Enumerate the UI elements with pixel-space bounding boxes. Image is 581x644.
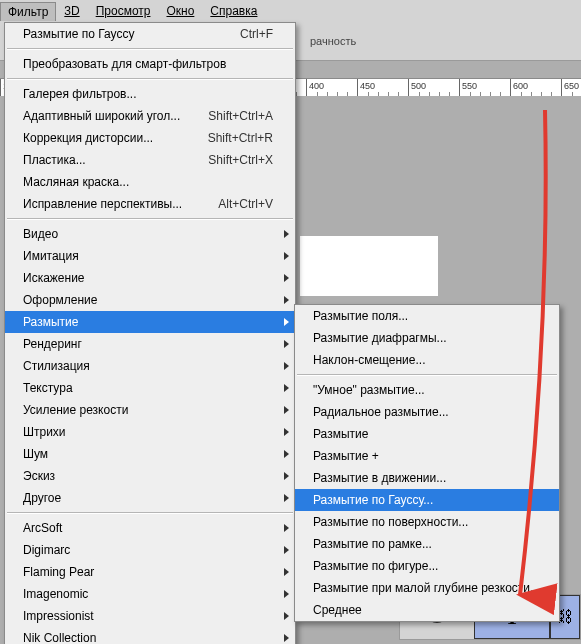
menu-item[interactable]: Стилизация	[5, 355, 295, 377]
menu-item[interactable]: Масляная краска...	[5, 171, 295, 193]
submenu-arrow-icon	[284, 252, 289, 260]
menu-item-label: Размытие диафрагмы...	[313, 331, 447, 345]
menu-item-label: Текстура	[23, 381, 73, 395]
menu-item-shortcut: Shift+Ctrl+X	[208, 153, 273, 167]
menu-item-label: "Умное" размытие...	[313, 383, 425, 397]
menu-item[interactable]: Усиление резкости	[5, 399, 295, 421]
menu-item-shortcut: Ctrl+F	[240, 27, 273, 41]
menu-item-label: Размытие	[23, 315, 78, 329]
menu-item[interactable]: "Умное" размытие...	[295, 379, 559, 401]
submenu-arrow-icon	[284, 384, 289, 392]
menu-item[interactable]: Исправление перспективы...Alt+Ctrl+V	[5, 193, 295, 215]
menu-item-label: Усиление резкости	[23, 403, 128, 417]
menu-item[interactable]: Nik Collection	[5, 627, 295, 644]
menu-item[interactable]: Эскиз	[5, 465, 295, 487]
submenu-arrow-icon	[284, 428, 289, 436]
menu-item[interactable]: Размытие +	[295, 445, 559, 467]
menu-item[interactable]: Коррекция дисторсии...Shift+Ctrl+R	[5, 127, 295, 149]
menu-item-label: Другое	[23, 491, 61, 505]
menu-item-label: ArcSoft	[23, 521, 62, 535]
menu-item[interactable]: Размытие в движении...	[295, 467, 559, 489]
menu-item-label: Среднее	[313, 603, 362, 617]
menu-item[interactable]: Flaming Pear	[5, 561, 295, 583]
menu-help[interactable]: Справка	[202, 1, 265, 21]
submenu-arrow-icon	[284, 568, 289, 576]
menu-item[interactable]: Размытие по фигуре...	[295, 555, 559, 577]
menu-item-label: Имитация	[23, 249, 79, 263]
menu-separator	[7, 512, 293, 514]
menu-separator	[297, 374, 557, 376]
menu-item[interactable]: Размытие при малой глубине резкости...	[295, 577, 559, 599]
menu-item[interactable]: Размытие по Гауссу...	[295, 489, 559, 511]
menu-item[interactable]: Текстура	[5, 377, 295, 399]
menu-item[interactable]: Размытие по рамке...	[295, 533, 559, 555]
menu-item-shortcut: Shift+Ctrl+A	[208, 109, 273, 123]
menu-item[interactable]: Размытие поля...	[295, 305, 559, 327]
menu-item[interactable]: Адаптивный широкий угол...Shift+Ctrl+A	[5, 105, 295, 127]
submenu-arrow-icon	[284, 472, 289, 480]
menu-item[interactable]: Наклон-смещение...	[295, 349, 559, 371]
filter-menu-dropdown: Размытие по ГауссуCtrl+FПреобразовать дл…	[4, 22, 296, 644]
menu-item-label: Размытие по рамке...	[313, 537, 432, 551]
menu-item-label: Преобразовать для смарт-фильтров	[23, 57, 226, 71]
submenu-arrow-icon	[284, 450, 289, 458]
menu-item[interactable]: Рендеринг	[5, 333, 295, 355]
menu-item[interactable]: ArcSoft	[5, 517, 295, 539]
canvas-object[interactable]	[300, 236, 438, 296]
menu-separator	[7, 78, 293, 80]
menu-item-label: Коррекция дисторсии...	[23, 131, 153, 145]
menu-item-label: Шум	[23, 447, 48, 461]
menu-item-label: Стилизация	[23, 359, 90, 373]
menu-item[interactable]: Размытие диафрагмы...	[295, 327, 559, 349]
menu-item-label: Размытие при малой глубине резкости...	[313, 581, 540, 595]
menu-item[interactable]: Оформление	[5, 289, 295, 311]
menu-separator	[7, 48, 293, 50]
menu-item[interactable]: Имитация	[5, 245, 295, 267]
submenu-arrow-icon	[284, 362, 289, 370]
menu-item[interactable]: Digimarc	[5, 539, 295, 561]
menu-item[interactable]: Imagenomic	[5, 583, 295, 605]
menu-item[interactable]: Преобразовать для смарт-фильтров	[5, 53, 295, 75]
menu-item-label: Адаптивный широкий угол...	[23, 109, 180, 123]
submenu-arrow-icon	[284, 524, 289, 532]
menu-item[interactable]: Шум	[5, 443, 295, 465]
menu-item-label: Размытие	[313, 427, 368, 441]
menu-item[interactable]: Искажение	[5, 267, 295, 289]
menu-item-label: Impressionist	[23, 609, 94, 623]
menu-view[interactable]: Просмотр	[88, 1, 159, 21]
blur-submenu-dropdown: Размытие поля...Размытие диафрагмы...Нак…	[294, 304, 560, 622]
options-bar-text: рачность	[310, 35, 356, 47]
submenu-arrow-icon	[284, 612, 289, 620]
submenu-arrow-icon	[284, 634, 289, 642]
menu-item[interactable]: Размытие по ГауссуCtrl+F	[5, 23, 295, 45]
menu-item-label: Размытие в движении...	[313, 471, 446, 485]
menu-item-label: Рендеринг	[23, 337, 82, 351]
menu-item-label: Размытие поля...	[313, 309, 408, 323]
menu-item-shortcut: Shift+Ctrl+R	[208, 131, 273, 145]
submenu-arrow-icon	[284, 340, 289, 348]
menu-item[interactable]: Галерея фильтров...	[5, 83, 295, 105]
menu-item-label: Размытие по поверхности...	[313, 515, 468, 529]
menu-item[interactable]: Размытие	[295, 423, 559, 445]
menubar: Фильтр 3D Просмотр Окно Справка	[0, 0, 581, 23]
menu-item-label: Исправление перспективы...	[23, 197, 182, 211]
menu-item-label: Imagenomic	[23, 587, 88, 601]
menu-item[interactable]: Размытие	[5, 311, 295, 333]
menu-item[interactable]: Impressionist	[5, 605, 295, 627]
menu-item-label: Размытие по фигуре...	[313, 559, 438, 573]
menu-item[interactable]: Пластика...Shift+Ctrl+X	[5, 149, 295, 171]
menu-item-label: Размытие +	[313, 449, 379, 463]
menu-item[interactable]: Штрихи	[5, 421, 295, 443]
menu-3d[interactable]: 3D	[56, 1, 87, 21]
menu-item[interactable]: Другое	[5, 487, 295, 509]
menu-item-label: Наклон-смещение...	[313, 353, 426, 367]
menu-item[interactable]: Видео	[5, 223, 295, 245]
menu-item[interactable]: Среднее	[295, 599, 559, 621]
menu-filter[interactable]: Фильтр	[0, 2, 56, 21]
menu-item-label: Пластика...	[23, 153, 86, 167]
menu-item[interactable]: Радиальное размытие...	[295, 401, 559, 423]
menu-item-label: Штрихи	[23, 425, 66, 439]
menu-item-label: Размытие по Гауссу...	[313, 493, 433, 507]
menu-window[interactable]: Окно	[158, 1, 202, 21]
menu-item[interactable]: Размытие по поверхности...	[295, 511, 559, 533]
